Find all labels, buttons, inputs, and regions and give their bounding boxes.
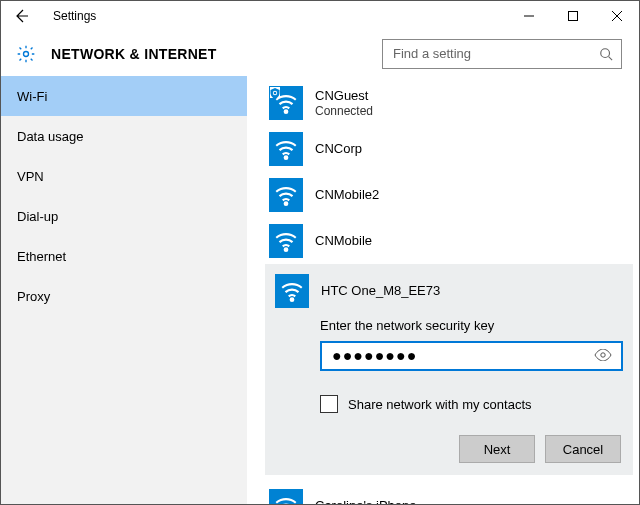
svg-point-9 (291, 298, 294, 301)
gear-icon (15, 43, 37, 65)
sidebar: Wi-Fi Data usage VPN Dial-up Ethernet Pr… (1, 76, 247, 504)
wifi-secured-icon (269, 86, 303, 120)
search-box[interactable] (382, 39, 622, 69)
connect-panel: HTC One_M8_EE73 Enter the network securi… (265, 264, 633, 475)
svg-point-1 (24, 51, 29, 56)
network-item-cnmobile[interactable]: CNMobile (265, 218, 633, 264)
svg-point-5 (273, 91, 276, 94)
sidebar-item-label: Data usage (17, 129, 84, 144)
network-name: Caroline's iPhone (315, 498, 417, 504)
network-name: CNMobile2 (315, 187, 379, 203)
back-button[interactable] (1, 1, 41, 31)
search-icon (599, 47, 613, 61)
network-item-cncorp[interactable]: CNCorp (265, 126, 633, 172)
svg-point-6 (285, 156, 288, 159)
sidebar-item-dialup[interactable]: Dial-up (1, 196, 247, 236)
svg-point-3 (285, 110, 288, 113)
share-label: Share network with my contacts (348, 397, 532, 412)
sidebar-item-proxy[interactable]: Proxy (1, 276, 247, 316)
svg-point-2 (601, 48, 610, 57)
network-name: CNMobile (315, 233, 372, 249)
wifi-icon (269, 178, 303, 212)
sidebar-item-wifi[interactable]: Wi-Fi (1, 76, 247, 116)
network-item-cnguest[interactable]: CNGuest Connected (265, 80, 633, 126)
section-title: NETWORK & INTERNET (51, 46, 382, 62)
network-status: Connected (315, 104, 373, 118)
next-button[interactable]: Next (459, 435, 535, 463)
password-input[interactable] (330, 346, 593, 366)
search-input[interactable] (391, 45, 599, 62)
network-item-caroline[interactable]: Caroline's iPhone (265, 483, 633, 504)
wifi-icon (269, 489, 303, 504)
network-name: CNGuest (315, 88, 373, 104)
titlebar: Settings (1, 1, 639, 31)
svg-point-10 (601, 352, 605, 356)
header: NETWORK & INTERNET (1, 31, 639, 76)
network-item-cnmobile2[interactable]: CNMobile2 (265, 172, 633, 218)
sidebar-item-label: VPN (17, 169, 44, 184)
shield-icon (270, 87, 280, 98)
maximize-button[interactable] (551, 1, 595, 31)
network-name: CNCorp (315, 141, 362, 157)
svg-point-8 (285, 248, 288, 251)
network-name: HTC One_M8_EE73 (321, 283, 440, 299)
password-field-wrap[interactable] (320, 341, 623, 371)
arrow-left-icon (13, 8, 29, 24)
close-button[interactable] (595, 1, 639, 31)
wifi-icon (269, 224, 303, 258)
security-key-prompt: Enter the network security key (320, 318, 623, 333)
svg-point-7 (285, 202, 288, 205)
sidebar-item-vpn[interactable]: VPN (1, 156, 247, 196)
minimize-button[interactable] (507, 1, 551, 31)
sidebar-item-label: Dial-up (17, 209, 58, 224)
svg-rect-0 (569, 12, 578, 21)
wifi-icon (269, 132, 303, 166)
cancel-button[interactable]: Cancel (545, 435, 621, 463)
wifi-panel: CNGuest Connected CNCorp CNMobile2 CNMob… (247, 76, 639, 504)
sidebar-item-label: Wi-Fi (17, 89, 47, 104)
window-title: Settings (41, 9, 507, 23)
share-checkbox[interactable] (320, 395, 338, 413)
reveal-password-icon[interactable] (593, 349, 613, 364)
sidebar-item-label: Ethernet (17, 249, 66, 264)
sidebar-item-ethernet[interactable]: Ethernet (1, 236, 247, 276)
wifi-icon (275, 274, 309, 308)
sidebar-item-label: Proxy (17, 289, 50, 304)
sidebar-item-data-usage[interactable]: Data usage (1, 116, 247, 156)
window-controls (507, 1, 639, 31)
